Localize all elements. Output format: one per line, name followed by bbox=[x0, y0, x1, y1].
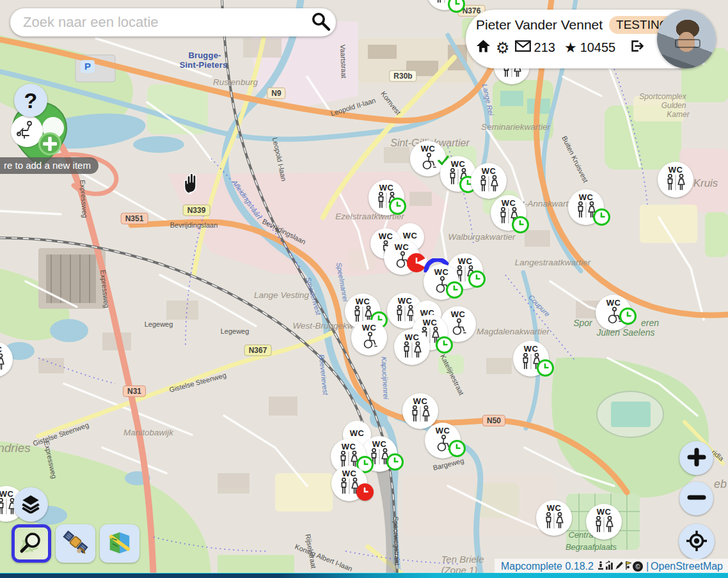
messages-count: 213 bbox=[534, 40, 555, 55]
wc-marker-label: WC bbox=[0, 345, 2, 354]
osm-magnifier-icon bbox=[19, 530, 44, 558]
wc-marker[interactable]: WC bbox=[658, 162, 693, 198]
attribution-bar: Mapcomplete 0.18.2 © | OpenStreetMap bbox=[495, 559, 728, 574]
zoom-out-button[interactable] bbox=[679, 481, 713, 515]
wc-marker-label: WC bbox=[502, 199, 516, 207]
logout-icon[interactable] bbox=[629, 39, 644, 56]
basemap-style-switcher bbox=[12, 524, 139, 563]
avatar-glasses bbox=[675, 39, 700, 48]
geolocate-button[interactable] bbox=[679, 524, 715, 559]
wc-marker[interactable]: WC bbox=[471, 163, 507, 199]
opening-hours-badge-green bbox=[448, 440, 466, 457]
wc-marker-label: WC bbox=[413, 397, 428, 405]
toilet-wrench-icon bbox=[16, 120, 38, 143]
map-viewport[interactable]: Brugge-Sint-PietersRustenburgSint-Gillis… bbox=[0, 0, 728, 578]
basemap-satellite-button[interactable] bbox=[56, 524, 95, 563]
wc-marker-label: WC bbox=[362, 324, 377, 332]
crosshair-icon bbox=[686, 530, 708, 554]
openstreetmap-link[interactable]: OpenStreetMap bbox=[651, 561, 723, 572]
wc-marker-label: WC bbox=[405, 333, 420, 341]
star-icon: ★ bbox=[564, 41, 577, 55]
add-plus-icon[interactable] bbox=[38, 132, 61, 155]
user-avatar[interactable] bbox=[657, 10, 716, 68]
statue-icon bbox=[597, 561, 605, 573]
wc-marker-label: WC bbox=[458, 257, 473, 265]
opening-hours-badge-green bbox=[512, 216, 529, 233]
wc-marker-label: WC bbox=[379, 232, 393, 240]
theme-bottom-bar bbox=[0, 573, 728, 578]
layers-button[interactable] bbox=[13, 487, 48, 522]
folded-map-icon bbox=[107, 531, 132, 556]
wc-marker-label: WC bbox=[379, 184, 394, 192]
wc-marker-label: WC bbox=[350, 429, 365, 437]
opening-hours-badge-green bbox=[389, 198, 406, 215]
wc-marker-label: WC bbox=[606, 299, 621, 307]
copyright-icon: © bbox=[633, 561, 643, 572]
zoom-in-button[interactable] bbox=[679, 441, 713, 475]
wc-marker[interactable]: WC bbox=[586, 504, 622, 540]
attribution-divider: | bbox=[646, 561, 649, 572]
wc-marker-label: WC bbox=[436, 426, 450, 435]
add-item-tooltip: re to add a new item bbox=[0, 157, 99, 174]
opening-hours-badge-green bbox=[619, 308, 637, 325]
home-icon[interactable] bbox=[476, 39, 491, 56]
messages-envelope-icon[interactable] bbox=[515, 40, 531, 55]
wc-marker[interactable]: WC bbox=[536, 500, 572, 536]
layers-icon bbox=[21, 494, 40, 515]
satellite-icon bbox=[62, 530, 89, 558]
opening-hours-badge-green bbox=[593, 208, 610, 226]
wc-marker-label: WC bbox=[597, 508, 612, 516]
wc-marker-label: WC bbox=[451, 310, 466, 318]
opening-hours-badge-green bbox=[446, 281, 463, 299]
wc-marker-label: WC bbox=[0, 490, 13, 498]
stats-icon bbox=[605, 561, 614, 573]
changeset-count: 10455 bbox=[580, 40, 616, 55]
wc-marker-label: WC bbox=[524, 345, 539, 353]
wc-marker-label: WC bbox=[547, 504, 562, 512]
wc-marker-label: WC bbox=[342, 442, 356, 451]
opening-hours-badge-red bbox=[356, 483, 374, 501]
search-button[interactable] bbox=[305, 8, 336, 36]
wc-marker-label: WC bbox=[395, 243, 409, 251]
mapcomplete-version-link[interactable]: Mapcomplete 0.18.2 bbox=[501, 561, 594, 572]
wc-marker-label: WC bbox=[482, 167, 496, 175]
wc-marker-label: WC bbox=[403, 231, 418, 240]
wc-marker[interactable]: WC bbox=[394, 329, 430, 365]
plus-icon bbox=[687, 448, 706, 469]
basemap-map-button[interactable] bbox=[100, 524, 139, 563]
wc-marker-label: WC bbox=[356, 297, 370, 306]
basemap-osm-button[interactable] bbox=[12, 524, 51, 563]
wc-marker-label: WC bbox=[451, 160, 466, 168]
attribution-icons: © bbox=[597, 561, 643, 573]
location-search-bar bbox=[10, 8, 336, 36]
opening-hours-badge-green bbox=[468, 270, 486, 288]
wc-marker-label: WC bbox=[342, 469, 357, 478]
mascot-flag-icon bbox=[624, 561, 632, 573]
user-name: Pieter Vander Vennet bbox=[476, 17, 603, 33]
pen-icon bbox=[615, 561, 624, 573]
help-button[interactable]: ? bbox=[14, 84, 47, 117]
search-icon bbox=[311, 12, 331, 33]
wc-marker-label: WC bbox=[579, 193, 594, 201]
opening-hours-badge-green bbox=[436, 336, 453, 354]
minus-icon bbox=[687, 488, 706, 509]
wc-marker-label: WC bbox=[372, 440, 387, 448]
wc-marker[interactable]: WC bbox=[402, 393, 438, 429]
map-markers-layer: WCWCWCWCWCWCWCWCWCWCWCWCWCWCWCWCWCWCWCWC… bbox=[0, 0, 728, 578]
wc-marker-label: WC bbox=[421, 144, 436, 153]
opening-hours-badge-green bbox=[448, 0, 465, 13]
search-input[interactable] bbox=[22, 13, 305, 31]
wc-marker[interactable]: WC bbox=[351, 320, 387, 355]
wc-marker-label: WC bbox=[423, 318, 438, 327]
wc-marker-label: WC bbox=[669, 166, 683, 174]
hand-cursor-icon bbox=[180, 171, 204, 198]
opening-hours-badge-green bbox=[537, 359, 554, 377]
settings-gear-icon[interactable]: ⚙ bbox=[496, 40, 510, 56]
wc-marker-label: WC bbox=[398, 297, 413, 305]
opening-hours-badge-green bbox=[386, 453, 404, 471]
wc-marker[interactable]: WC bbox=[0, 341, 13, 377]
wc-marker-label: WC bbox=[434, 268, 449, 276]
